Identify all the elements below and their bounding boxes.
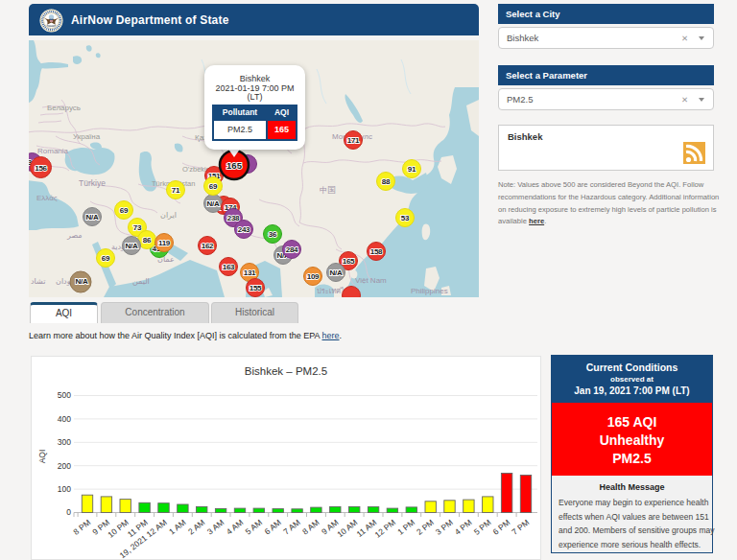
svg-text:8 PM: 8 PM [71, 518, 92, 537]
svg-text:5 AM: 5 AM [244, 518, 264, 537]
svg-text:156: 156 [35, 164, 47, 173]
svg-text:165: 165 [343, 257, 355, 266]
svg-text:284: 284 [286, 245, 298, 254]
svg-text:2 PM: 2 PM [415, 518, 436, 537]
svg-text:1 AM: 1 AM [167, 518, 187, 537]
svg-text:10 AM: 10 AM [335, 518, 359, 540]
svg-text:N/A: N/A [86, 213, 99, 222]
svg-text:171: 171 [347, 136, 360, 145]
svg-text:243: 243 [238, 225, 250, 234]
svg-text:مصر: مصر [66, 231, 83, 240]
svg-text:Türkiye: Türkiye [79, 178, 106, 188]
svg-text:71: 71 [172, 186, 180, 195]
svg-text:7 PM: 7 PM [510, 518, 531, 537]
svg-text:N/A: N/A [330, 268, 343, 277]
svg-text:300: 300 [58, 437, 71, 447]
svg-text:400: 400 [58, 414, 71, 424]
svg-text:238: 238 [227, 214, 240, 222]
svg-text:4 PM: 4 PM [453, 518, 474, 537]
svg-text:0: 0 [66, 507, 71, 517]
svg-text:69: 69 [120, 206, 129, 215]
svg-text:165: 165 [226, 160, 243, 171]
svg-text:200: 200 [58, 461, 71, 471]
svg-text:اليمن: اليمن [132, 277, 150, 286]
svg-text:Беларусь: Беларусь [47, 104, 81, 112]
svg-text:155: 155 [250, 284, 262, 292]
svg-text:N/A: N/A [207, 199, 220, 208]
svg-text:Việt Nam: Việt Nam [355, 276, 387, 285]
svg-text:AQI: AQI [37, 450, 47, 464]
svg-text:6 AM: 6 AM [263, 518, 283, 537]
svg-text:73: 73 [133, 223, 142, 232]
svg-text:5 PM: 5 PM [472, 518, 493, 537]
svg-text:91: 91 [408, 165, 416, 174]
svg-text:88: 88 [382, 177, 391, 186]
svg-text:162: 162 [202, 242, 214, 250]
svg-text:109: 109 [307, 272, 320, 281]
svg-text:36: 36 [269, 230, 277, 239]
svg-text:7 AM: 7 AM [281, 518, 301, 537]
svg-text:中国: 中国 [320, 185, 336, 195]
svg-text:تشاد: تشاد [31, 277, 45, 286]
svg-text:6 PM: 6 PM [491, 518, 512, 537]
svg-text:3 PM: 3 PM [434, 518, 455, 537]
svg-text:10 PM: 10 PM [106, 518, 131, 540]
svg-text:69: 69 [209, 182, 218, 191]
svg-text:131: 131 [244, 268, 256, 277]
svg-text:119: 119 [158, 239, 171, 247]
svg-text:Ελλάς: Ελλάς [36, 194, 58, 202]
svg-text:163: 163 [223, 263, 235, 271]
svg-text:Philippines: Philippines [411, 287, 448, 295]
svg-text:158: 158 [370, 247, 383, 256]
svg-text:1 PM: 1 PM [395, 518, 416, 537]
svg-text:Bishkek – PM2.5: Bishkek – PM2.5 [245, 365, 327, 377]
svg-text:N/A: N/A [126, 242, 138, 250]
svg-text:8 AM: 8 AM [300, 518, 321, 537]
svg-text:53: 53 [401, 214, 410, 222]
svg-text:ایران: ایران [160, 211, 177, 220]
svg-text:12 PM: 12 PM [373, 518, 398, 540]
svg-text:4 AM: 4 AM [225, 518, 245, 537]
svg-text:500: 500 [58, 390, 71, 400]
svg-text:86: 86 [143, 236, 152, 245]
svg-text:69: 69 [102, 254, 110, 263]
svg-text:Romania: Romania [37, 147, 69, 155]
svg-text:N/A: N/A [76, 277, 88, 286]
svg-text:2 AM: 2 AM [186, 518, 206, 537]
svg-text:3 AM: 3 AM [205, 518, 226, 537]
svg-text:100: 100 [58, 484, 71, 494]
svg-text:Україна: Україна [73, 132, 101, 141]
